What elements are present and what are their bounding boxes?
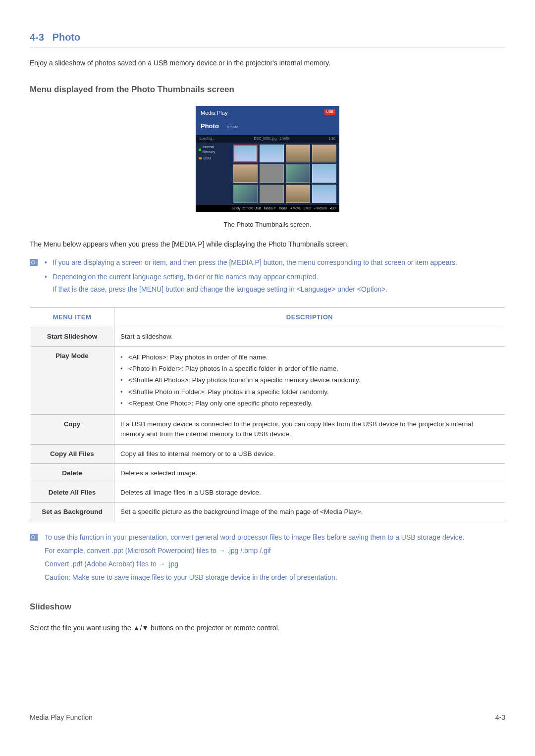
menu-item-label: Copy All Files <box>30 444 114 463</box>
table-row: Set as BackgroundSet a specific picture … <box>30 503 505 522</box>
note-block-1: If you are displaying a screen or item, … <box>30 257 505 299</box>
foot-menu: Menu <box>279 206 287 211</box>
photo-heading: Photo <box>201 122 219 130</box>
list-item: <All Photos>: Play photos in order of fi… <box>120 353 499 362</box>
menu-item-description: Deletes a selected image. <box>114 463 505 483</box>
section-title-text: Photo <box>53 32 81 43</box>
intro-paragraph: Enjoy a slideshow of photos saved on a U… <box>30 58 505 68</box>
menu-item-description: Deletes all image files in a USB storage… <box>114 483 505 503</box>
thumbnail <box>233 145 258 163</box>
screenshot-figure: Media Play USB Photo /Photo Loading... D… <box>30 106 505 215</box>
thumbnail <box>312 164 336 183</box>
thumbnail <box>260 164 284 183</box>
menu-item-label: Delete All Files <box>30 483 114 503</box>
screenshot-caption: The Photo Thumbnails screen. <box>30 220 505 230</box>
file-count: 1/10 <box>328 136 335 142</box>
table-row: CopyIf a USB memory device is connected … <box>30 415 505 445</box>
foot-mediap: Media.P <box>264 206 276 211</box>
thumbnail <box>286 185 310 203</box>
dot-icon <box>199 149 201 151</box>
after-caption-text: The Menu below appears when you press th… <box>30 239 505 250</box>
menu-item-description: <All Photos>: Play photos in order of fi… <box>114 346 505 414</box>
sidebar-usb: USB <box>204 156 211 161</box>
file-info: DSC_0001.jpg - 2.9MB <box>254 136 290 142</box>
menu-item-description: Start a slideshow. <box>114 327 505 346</box>
note1-item1: If you are displaying a screen or item, … <box>45 257 505 268</box>
note2-p4: Caution: Make sure to save image files t… <box>45 572 505 583</box>
th-description: DESCRIPTION <box>114 308 505 327</box>
photo-thumbnails-screenshot: Media Play USB Photo /Photo Loading... D… <box>196 106 339 212</box>
thumbnail <box>286 145 310 163</box>
note1-item2: Depending on the current language settin… <box>45 272 505 295</box>
page-footer: Media Play Function 4-3 <box>30 712 505 723</box>
list-item: <Shuffle Photo in Folder>: Play photos i… <box>120 387 499 397</box>
note-icon <box>30 534 38 541</box>
menu-item-label: Copy <box>30 415 114 445</box>
menu-item-label: Start Slideshow <box>30 327 114 346</box>
list-item: <Repeat One Photo>: Play only one specif… <box>120 399 499 408</box>
menu-item-description: Copy all files to internal memory or to … <box>114 444 505 463</box>
usb-icon <box>199 157 202 159</box>
note2-p2: For example, convert .ppt (Microsoft Pow… <box>45 546 505 556</box>
note-icon <box>30 259 38 266</box>
foot-enter: Enter <box>304 206 312 211</box>
screenshot-sidebar: Internal Memory USB <box>196 143 230 205</box>
thumbnail <box>286 164 310 183</box>
foot-safely: Safely Remove USB <box>232 206 261 211</box>
thumbnail <box>233 185 258 203</box>
thumbnail <box>312 145 336 163</box>
thumbnail <box>312 185 336 203</box>
menu-item-label: Delete <box>30 463 114 483</box>
thumbnail <box>260 185 284 203</box>
note2-p3: Convert .pdf (Adobe Acrobat) files to → … <box>45 559 505 569</box>
table-row: DeleteDeletes a selected image. <box>30 463 505 483</box>
usb-badge: USB <box>324 109 335 115</box>
thumbnail <box>260 145 284 163</box>
loading-text: Loading... <box>200 136 215 142</box>
menu-item-label: Set as Background <box>30 503 114 522</box>
media-play-label: Media Play <box>201 110 227 116</box>
thumbnail-grid <box>230 143 339 205</box>
table-row: Play Mode<All Photos>: Play photos in or… <box>30 346 505 414</box>
foot-return: Return <box>317 206 327 210</box>
note2-p1: To use this function in your presentatio… <box>45 532 505 543</box>
sidebar-internal: Internal Memory <box>203 145 227 155</box>
footer-right: 4-3 <box>495 712 505 723</box>
thumbnail <box>233 164 258 183</box>
section-heading: 4-3 Photo <box>30 30 505 48</box>
menu-table: MENU ITEM DESCRIPTION Start SlideshowSta… <box>30 307 505 522</box>
screenshot-footer-bar: Safely Remove USB Media.P Menu ✦Move Ent… <box>196 205 339 212</box>
table-row: Delete All FilesDeletes all image files … <box>30 483 505 503</box>
section-number: 4-3 <box>30 32 44 43</box>
subsection-heading-1: Menu displayed from the Photo Thumbnails… <box>30 83 505 96</box>
slideshow-text: Select the file you want using the ▲/▼ b… <box>30 623 505 633</box>
th-menu-item: MENU ITEM <box>30 308 114 327</box>
list-item: <Shuffle All Photos>: Play photos found … <box>120 375 499 385</box>
note-block-2: To use this function in your presentatio… <box>30 532 505 586</box>
list-item: <Photo in Folder>: Play photos in a spec… <box>120 364 499 374</box>
table-row: Copy All FilesCopy all files to internal… <box>30 444 505 463</box>
menu-item-description: If a USB memory device is connected to t… <box>114 415 505 445</box>
footer-left: Media Play Function <box>30 712 93 723</box>
photo-path: /Photo <box>227 125 238 129</box>
table-row: Start SlideshowStart a slideshow. <box>30 327 505 346</box>
foot-move: Move <box>293 206 301 210</box>
menu-item-description: Set a specific picture as the background… <box>114 503 505 522</box>
subsection-heading-2: Slideshow <box>30 601 505 613</box>
menu-item-label: Play Mode <box>30 346 114 414</box>
foot-exit: Exit <box>331 206 336 210</box>
